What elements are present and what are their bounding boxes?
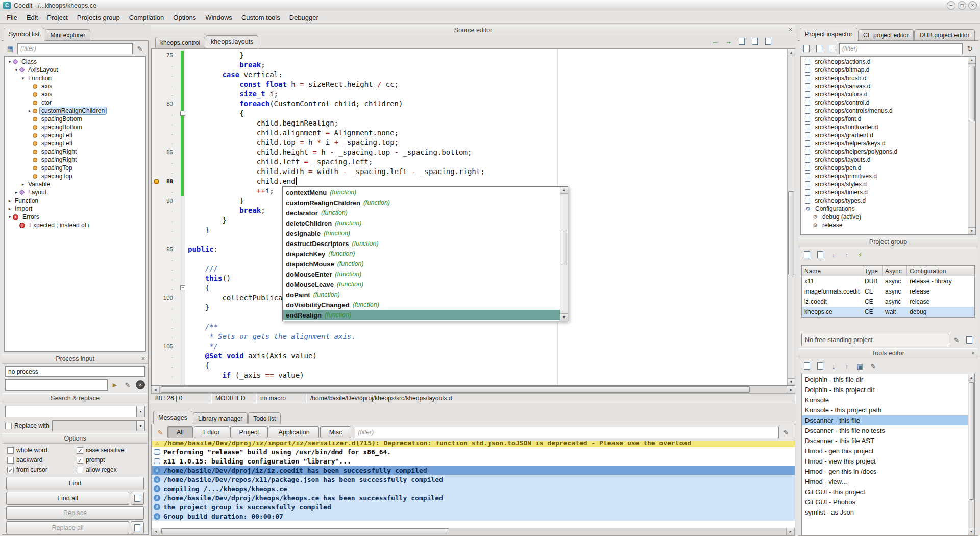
search-dropdown-icon[interactable]: ▾ <box>136 406 145 417</box>
completion-item-dispatchmouse[interactable]: dispatchMouse(function) <box>283 259 560 269</box>
symbol-spacingtop[interactable]: spacingTop <box>5 172 145 180</box>
expand-icon[interactable]: ▸ <box>7 198 13 203</box>
tool-konsole[interactable]: Konsole <box>802 395 968 405</box>
inspector-src-kheops-controls-menus-d[interactable]: src/kheops/controls/menus.d <box>801 107 968 115</box>
doc-tab-kheops-layouts[interactable]: kheops.layouts <box>206 35 258 48</box>
kill-process-icon[interactable]: × <box>136 380 145 389</box>
remove-project-icon[interactable] <box>815 249 826 260</box>
add-source-icon[interactable] <box>801 43 812 54</box>
option-from-cursor[interactable]: ✓from cursor <box>7 466 76 473</box>
symbol-variable[interactable]: ▸Variable <box>5 180 145 188</box>
messages-filter-input[interactable] <box>355 427 779 438</box>
refresh-icon[interactable]: ↻ <box>964 43 975 54</box>
scroll-down-icon[interactable]: ▾ <box>968 227 975 234</box>
project-row-kheops-ce[interactable]: kheops.ceCEwaitdebug <box>802 307 974 317</box>
add-tool-icon[interactable] <box>801 360 813 372</box>
column-header-async[interactable]: Async <box>883 266 907 276</box>
doc-tab-kheops-control[interactable]: kheops.control <box>155 37 205 48</box>
inspector-src-kheops-layouts-d[interactable]: src/kheops/layouts.d <box>801 156 968 164</box>
tool-dolphin-this-file-dir[interactable]: Dolphin - this file dir <box>802 374 968 384</box>
option-whole-word[interactable]: whole word <box>7 447 76 454</box>
scroll-right-icon[interactable]: ▸ <box>786 528 794 535</box>
inspector-debug-active[interactable]: ⚙debug (active) <box>801 213 968 221</box>
project-row-imageformats-coedit[interactable]: imageformats.coeditCEasyncrelease <box>802 286 974 297</box>
completion-item-domouseenter[interactable]: doMouseEnter(function) <box>283 269 560 279</box>
move-down-icon[interactable]: ↓ <box>828 360 839 372</box>
close-tools-editor-icon[interactable]: × <box>971 350 975 357</box>
completion-scrollbar[interactable]: ▴ ▾ <box>560 187 568 321</box>
filter-project[interactable]: Project <box>230 426 268 438</box>
find-all-extra-button[interactable] <box>131 492 144 505</box>
inspector-src-kheops-control-d[interactable]: src/kheops/control.d <box>801 99 968 107</box>
replace-with-checkbox[interactable] <box>5 423 12 429</box>
scrollbar-thumb[interactable] <box>161 528 449 534</box>
completion-item-domouseleave[interactable]: doMouseLeave(function) <box>283 279 560 289</box>
scroll-up-icon[interactable]: ▴ <box>968 374 974 381</box>
message-row[interactable]: iGroup build duration: 00:00:07 <box>152 511 795 521</box>
column-header-name[interactable]: Name <box>802 266 862 276</box>
option-case-sensitive[interactable]: ✓case sensitive <box>77 447 145 454</box>
message-row[interactable]: ithe project group is successfully compi… <box>152 502 795 511</box>
tab-messages[interactable]: Messages <box>153 411 192 424</box>
tab-dub-project-editor[interactable]: DUB project editor <box>914 29 974 41</box>
message-row[interactable]: i/home/basile/Dev/dproj/kheops/kheops.ce… <box>152 493 795 502</box>
move-down-icon[interactable]: ↓ <box>828 249 839 260</box>
messages-options-icon[interactable]: ✎ <box>780 427 792 438</box>
inspector-src-kheops-helpers-polygons-d[interactable]: src/kheops/helpers/polygons.d <box>801 148 968 156</box>
collapse-icon[interactable]: ▾ <box>7 214 13 220</box>
completion-item-dispatchkey[interactable]: dispatchKey(function) <box>283 249 560 259</box>
tool-git-gui-this-project[interactable]: Git GUI - this project <box>802 486 968 497</box>
message-row[interactable]: Performing "release" build using /usr/bi… <box>152 447 795 456</box>
add-folder-icon[interactable] <box>826 43 838 54</box>
process-input-field[interactable] <box>5 379 108 391</box>
option-backward[interactable]: backward <box>7 456 76 464</box>
filter-application[interactable]: Application <box>269 426 318 438</box>
scroll-left-icon[interactable]: ◂ <box>152 528 160 535</box>
expand-icon[interactable]: ▸ <box>27 108 33 113</box>
inspector-src-kheops-fontloader-d[interactable]: src/kheops/fontloader.d <box>801 123 968 131</box>
symbol-spacingbottom[interactable]: spacingBottom <box>5 123 145 131</box>
edit-filter-icon[interactable]: ✎ <box>134 43 145 54</box>
tool-hmod-view-this-project[interactable]: Hmod - view this project <box>802 456 968 466</box>
close-source-editor-icon[interactable]: × <box>789 26 792 33</box>
scroll-up-icon[interactable]: ▴ <box>788 49 795 56</box>
scroll-down-icon[interactable]: ▾ <box>560 313 568 321</box>
find-button[interactable]: Find <box>6 477 144 490</box>
tab-mini-explorer[interactable]: Mini explorer <box>45 29 90 41</box>
horizontal-splitter[interactable] <box>151 403 795 411</box>
symbol-axis[interactable]: axis <box>5 90 145 99</box>
menu-debugger[interactable]: Debugger <box>285 12 323 23</box>
inspector-configurations[interactable]: ⚙Configurations <box>801 205 968 213</box>
tool-hmod-gen-this-in-docs[interactable]: Hmod - gen this in /docs <box>802 466 968 476</box>
symbol-ctor[interactable]: ctor <box>5 99 145 107</box>
remove-source-icon[interactable] <box>814 43 825 54</box>
add-project-icon[interactable] <box>801 249 813 260</box>
search-field[interactable] <box>5 406 136 417</box>
clone-tool-icon[interactable]: ▣ <box>854 360 866 372</box>
inspector-src-kheops-colors-d[interactable]: src/kheops/colors.d <box>801 90 968 99</box>
find-all-button[interactable]: Find all <box>6 492 129 505</box>
menu-file[interactable]: File <box>2 12 22 23</box>
tool-dscanner-this-file[interactable]: Dscanner - this file <box>802 415 968 425</box>
inspector-src-kheops-canvas-d[interactable]: src/kheops/canvas.d <box>801 82 968 90</box>
symbol-class[interactable]: ▾Class <box>5 58 145 66</box>
scroll-up-icon[interactable]: ▴ <box>968 57 975 64</box>
build-group-icon[interactable]: ⚡ <box>854 249 866 260</box>
scrollbar-thumb[interactable] <box>969 382 974 500</box>
edit-tool-icon[interactable]: ✎ <box>868 360 879 372</box>
inspector-src-kheops-timers-d[interactable]: src/kheops/timers.d <box>801 188 968 197</box>
fold-marker[interactable]: − <box>180 285 185 290</box>
symbol-expected-instead-of-i[interactable]: !Expected ; instead of i <box>5 221 145 229</box>
column-header-type[interactable]: Type <box>862 266 883 276</box>
inspector-src-kheops-gradient-d[interactable]: src/kheops/gradient.d <box>801 131 968 139</box>
tools-vscrollbar[interactable]: ▴ ▾ <box>968 374 974 535</box>
menu-projects-group[interactable]: Projects group <box>72 12 125 23</box>
send-input-icon[interactable]: ▶ <box>109 379 120 391</box>
maximize-button[interactable]: □ <box>958 1 966 10</box>
scrollbar-thumb[interactable] <box>788 191 794 275</box>
move-up-icon[interactable]: ↑ <box>841 249 852 260</box>
add-to-project-icon[interactable] <box>749 36 761 47</box>
tab-project-inspector[interactable]: Project inspector <box>800 28 857 41</box>
symbol-spacingright[interactable]: spacingRight <box>5 148 145 156</box>
tool-git-gui-phobos[interactable]: Git GUI - Phobos <box>802 497 968 507</box>
